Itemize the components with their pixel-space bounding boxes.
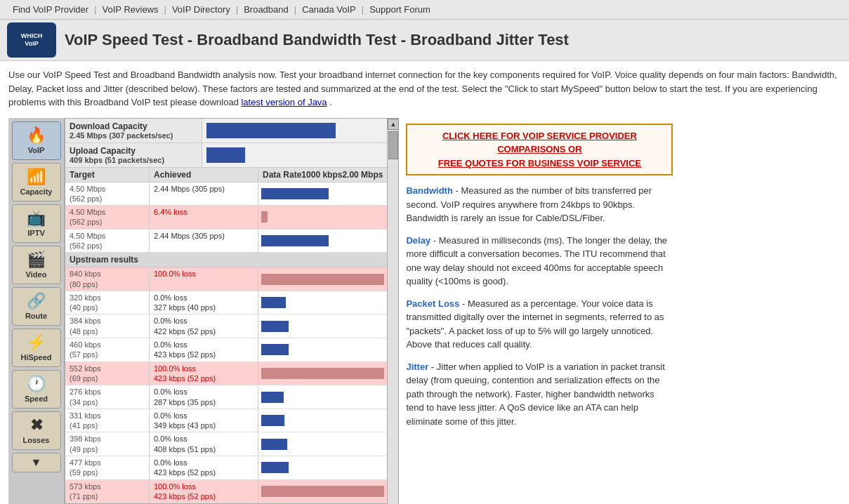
- delay-body: - Measured in milliseconds (ms). The lon…: [406, 235, 667, 287]
- us-achieved-5: 100.0% loss423 kbps (52 pps): [150, 362, 258, 385]
- content-area: Use our VoIP Speed Test and Broadband Ba…: [0, 61, 849, 504]
- upstream-row-8: 398 kbps(49 pps) 0.0% loss408 kbps (51 p…: [65, 432, 387, 456]
- datarate-label: Data Rate: [263, 170, 301, 180]
- us-bar-4: [258, 338, 387, 362]
- download-bar: [206, 123, 336, 138]
- ds-target-2: 4.50 Mbps(562 pps): [65, 206, 150, 229]
- scroll-thumb[interactable]: [388, 131, 398, 159]
- jitter-term: Jitter: [406, 362, 428, 372]
- ds-target-1: 4.50 Mbps(562 pps): [65, 183, 150, 206]
- body-layout: 🔥 VoIP 📶 Capacity 📺 IPTV 🎬 Video 🔗: [8, 118, 841, 505]
- us-target-8: 398 kbps(49 pps): [65, 432, 150, 456]
- mark-1000: 1000 kbps: [301, 170, 342, 180]
- left-sidebar: 🔥 VoIP 📶 Capacity 📺 IPTV 🎬 Video 🔗: [8, 118, 65, 505]
- header-target: Target: [65, 168, 150, 182]
- delay-section: Delay - Measured in milliseconds (ms). T…: [406, 234, 673, 289]
- us-bar-3: [258, 314, 387, 338]
- intro-main-text: Use our VoIP Speed Test and Broadband Ba…: [8, 69, 837, 107]
- us-bar-1: [258, 267, 387, 291]
- delay-term: Delay: [406, 235, 430, 246]
- sidebar-label-hispeed: HiSpeed: [20, 353, 51, 362]
- us-bar-fill-6: [261, 392, 284, 403]
- cta-line1[interactable]: CLICK HERE FOR VOIP SERVICE PROVIDER COM…: [414, 129, 664, 157]
- sidebar-item-speed[interactable]: 🕐 Speed: [12, 370, 61, 409]
- download-label-text: Download Capacity: [70, 121, 197, 131]
- download-capacity-row: Download Capacity 2.45 Mbps (307 packets…: [65, 119, 387, 143]
- downstream-row-2: 4.50 Mbps(562 pps) 6.4% loss: [65, 206, 387, 230]
- cta-box[interactable]: CLICK HERE FOR VOIP SERVICE PROVIDER COM…: [406, 124, 673, 176]
- bandwidth-section: Bandwidth - Measured as the number of bi…: [406, 184, 673, 225]
- logo: WHICH VoIP: [7, 22, 56, 58]
- upload-bar-area: [202, 143, 387, 167]
- upstream-row-2: 320 kbps(40 pps) 0.0% loss327 kbps (40 p…: [65, 291, 387, 315]
- sidebar-item-iptv[interactable]: 📺 IPTV: [12, 204, 61, 243]
- ds-bar-fill-1: [261, 188, 329, 199]
- downstream-row-3: 4.50 Mbps(562 pps) 2.44 Mbps (305 pps): [65, 230, 387, 253]
- downstream-row-1: 4.50 Mbps(562 pps) 2.44 Mbps (305 pps): [65, 183, 387, 206]
- us-bar-fill-9: [261, 462, 289, 473]
- iptv-icon: 📺: [27, 209, 46, 227]
- us-bar-fill-1: [261, 274, 384, 285]
- us-bar-fill-2: [261, 297, 286, 308]
- us-target-5: 552 kbps(69 pps): [65, 362, 150, 385]
- us-achieved-2: 0.0% loss327 kbps (40 pps): [150, 291, 258, 314]
- upstream-row-7: 331 kbps(41 pps) 0.0% loss349 kbps (43 p…: [65, 409, 387, 433]
- mark-2mbps: 2.00 Mbps: [342, 170, 383, 180]
- sidebar-scroll-down[interactable]: ▼: [12, 453, 61, 472]
- scroll-container[interactable]: Download Capacity 2.45 Mbps (307 packets…: [65, 119, 387, 505]
- cta-line2[interactable]: FREE QUOTES FOR BUSINESS VOIP SERVICE: [414, 157, 664, 171]
- us-target-2: 320 kbps(40 pps): [65, 291, 150, 314]
- sidebar-label-voip: VoIP: [28, 146, 45, 154]
- top-nav: Find VoIP Provider | VoIP Reviews | VoIP…: [0, 0, 849, 20]
- page-title: VoIP Speed Test - Broadband Bandwidth Te…: [65, 31, 569, 49]
- ds-bar-fill-3: [261, 235, 329, 246]
- main-wrapper: Find VoIP Provider | VoIP Reviews | VoIP…: [0, 0, 849, 504]
- upstream-section-header: Upstream results: [65, 253, 387, 267]
- ds-achieved-2: 6.4% loss: [150, 206, 258, 229]
- us-bar-8: [258, 432, 387, 456]
- us-target-9: 477 kbps(59 pps): [65, 456, 150, 479]
- upload-capacity-row: Upload Capacity 409 kbps (51 packets/sec…: [65, 143, 387, 168]
- nav-voip-directory[interactable]: VoIP Directory: [166, 4, 236, 15]
- nav-broadband[interactable]: Broadband: [238, 4, 294, 15]
- sidebar-label-iptv: IPTV: [27, 229, 44, 237]
- scroll-up-btn[interactable]: ▲: [388, 119, 399, 130]
- upstream-row-6: 276 kbps(34 pps) 0.0% loss287 kbps (35 p…: [65, 385, 387, 409]
- scrollbar[interactable]: ▲ ▼: [387, 119, 398, 505]
- test-wrapper: Download Capacity 2.45 Mbps (307 packets…: [65, 118, 399, 505]
- upstream-row-1: 840 kbps(80 pps) 100.0% loss: [65, 267, 387, 291]
- sidebar-label-video: Video: [26, 270, 47, 279]
- sidebar-item-losses[interactable]: ✖ Losses: [12, 411, 61, 450]
- us-bar-9: [258, 456, 387, 479]
- right-panel: CLICK HERE FOR VOIP SERVICE PROVIDER COM…: [399, 118, 680, 505]
- nav-canada-voip[interactable]: Canada VoIP: [296, 4, 362, 15]
- ds-target-3: 4.50 Mbps(562 pps): [65, 230, 150, 253]
- sidebar-item-capacity[interactable]: 📶 Capacity: [12, 163, 61, 201]
- us-bar-fill-7: [261, 415, 284, 426]
- route-icon: 🔗: [27, 292, 46, 310]
- us-target-10: 573 kbps(71 pps): [65, 480, 150, 503]
- download-bar-area: [202, 119, 387, 142]
- us-target-4: 460 kbps(57 pps): [65, 338, 150, 362]
- speed-icon: 🕐: [27, 375, 46, 393]
- upstream-row-4: 460 kbps(57 pps) 0.0% loss423 kbps (52 p…: [65, 338, 387, 362]
- sidebar-label-losses: Losses: [23, 436, 50, 444]
- us-achieved-9: 0.0% loss423 kbps (52 pps): [150, 456, 258, 479]
- sidebar-item-route[interactable]: 🔗 Route: [12, 287, 61, 326]
- ds-achieved-3: 2.44 Mbps (305 pps): [150, 230, 258, 253]
- capacity-icon: 📶: [27, 168, 46, 186]
- header-achieved: Achieved: [150, 168, 258, 182]
- us-achieved-7: 0.0% loss349 kbps (43 pps): [150, 409, 258, 432]
- us-target-1: 840 kbps(80 pps): [65, 267, 150, 291]
- nav-find-voip[interactable]: Find VoIP Provider: [7, 4, 94, 15]
- upload-label: Upload Capacity 409 kbps (51 packets/sec…: [65, 143, 202, 167]
- nav-voip-reviews[interactable]: VoIP Reviews: [97, 4, 164, 15]
- upstream-row-10: 573 kbps(71 pps) 100.0% loss423 kbps (52…: [65, 480, 387, 504]
- upstream-row-5: 552 kbps(69 pps) 100.0% loss423 kbps (52…: [65, 362, 387, 386]
- sidebar-item-video[interactable]: 🎬 Video: [12, 246, 61, 284]
- sidebar-item-hispeed[interactable]: ⚡ HiSpeed: [12, 329, 61, 367]
- nav-support-forum[interactable]: Support Forum: [364, 4, 436, 15]
- java-link[interactable]: latest version of Java: [241, 97, 327, 107]
- sidebar-item-voip[interactable]: 🔥 VoIP: [12, 121, 61, 160]
- ds-achieved-1: 2.44 Mbps (305 pps): [150, 183, 258, 206]
